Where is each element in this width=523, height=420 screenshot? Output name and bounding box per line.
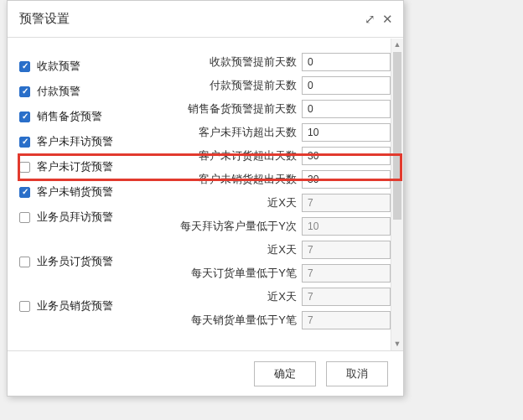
receipt-days-input[interactable] (302, 53, 391, 71)
chk-row-stock[interactable]: 销售备货预警 (19, 104, 158, 129)
chk-label: 客户未拜访预警 (37, 134, 113, 149)
cancel-button[interactable]: 取消 (326, 361, 388, 386)
field-label: 每天拜访客户量低于Y次 (158, 219, 302, 234)
chk-label: 销售备货预警 (37, 109, 102, 124)
chk-label: 业务员拜访预警 (37, 210, 113, 225)
checkbox-icon[interactable] (19, 187, 30, 198)
chk-label: 客户未销货预警 (37, 184, 113, 200)
checkbox-icon[interactable] (19, 257, 30, 267)
field-row: 每天订货单量低于Y笔 (158, 262, 391, 284)
chk-label: 付款预警 (37, 84, 80, 99)
checkbox-icon[interactable] (19, 162, 30, 173)
dialog-header: 预警设置 ⤢ ✕ (8, 1, 403, 38)
ok-button[interactable]: 确定 (254, 361, 316, 386)
checkbox-icon[interactable] (19, 212, 30, 223)
scrollbar[interactable]: ▲ ▼ (391, 39, 403, 350)
novisit-days-input[interactable] (302, 123, 391, 142)
field-label: 客户未订货超出天数 (158, 148, 302, 163)
dialog-footer: 确定 取消 (8, 350, 403, 396)
field-row: 近X天 (158, 191, 391, 214)
nosale-days-input[interactable] (302, 170, 391, 189)
chk-row-novisit[interactable]: 客户未拜访预警 (19, 129, 158, 154)
chk-row-receipt[interactable]: 收款预警 (19, 54, 158, 79)
checkbox-icon[interactable] (19, 137, 30, 148)
field-row: 客户未销货超出天数 (158, 168, 391, 190)
scrollbar-thumb[interactable] (393, 52, 401, 220)
content: 收款预警 付款预警 销售备货预警 客户未拜访预警 客户未订货预警 客户未销货预警… (19, 50, 391, 332)
checkbox-icon[interactable] (19, 61, 30, 72)
checkbox-icon[interactable] (19, 86, 30, 97)
field-label: 客户未拜访超出天数 (158, 125, 302, 140)
field-row: 每天销货单量低于Y笔 (158, 309, 391, 331)
field-row: 销售备货预警提前天数 (158, 97, 391, 120)
field-label: 近X天 (158, 195, 302, 210)
alert-settings-dialog: 预警设置 ⤢ ✕ 收款预警 付款预警 销售备货预警 客户未拜访预警 客户未订货预… (7, 0, 404, 397)
noorder-days-input[interactable] (302, 147, 391, 165)
field-row: 每天拜访客户量低于Y次 (158, 215, 391, 237)
field-label: 销售备货预警提前天数 (158, 101, 302, 117)
field-row: 客户未订货超出天数 (158, 144, 391, 167)
staffvisit-x-input[interactable] (302, 194, 391, 212)
chk-row-staffvisit[interactable]: 业务员拜访预警 (19, 205, 158, 230)
staffsale-y-input[interactable] (302, 311, 391, 329)
field-row: 收款预警提前天数 (158, 50, 391, 73)
field-row: 客户未拜访超出天数 (158, 121, 391, 143)
chk-row-staffsale[interactable]: 业务员销货预警 (19, 293, 158, 319)
staffvisit-y-input[interactable] (302, 217, 391, 236)
field-label: 每天订货单量低于Y笔 (158, 266, 302, 281)
close-icon[interactable]: ✕ (382, 12, 393, 27)
chk-row-noorder[interactable]: 客户未订货预警 (19, 154, 158, 179)
chk-label: 业务员销货预警 (37, 298, 113, 314)
field-label: 付款预警提前天数 (158, 78, 302, 93)
stafforder-y-input[interactable] (302, 264, 391, 283)
stock-days-input[interactable] (302, 100, 391, 118)
staffsale-x-input[interactable] (302, 288, 391, 306)
field-label: 收款预警提前天数 (158, 54, 302, 70)
field-label: 近X天 (158, 289, 302, 304)
right-column: 收款预警提前天数 付款预警提前天数 销售备货预警提前天数 客户未拜访超出天数 客… (158, 50, 391, 332)
left-column: 收款预警 付款预警 销售备货预警 客户未拜访预警 客户未订货预警 客户未销货预警… (19, 50, 158, 332)
field-row: 近X天 (158, 238, 391, 261)
chk-label: 客户未订货预警 (37, 159, 113, 174)
dialog-title: 预警设置 (19, 11, 70, 27)
field-row: 近X天 (158, 285, 391, 308)
field-label: 客户未销货超出天数 (158, 172, 302, 187)
scrollbar-down-icon[interactable]: ▼ (391, 338, 403, 350)
chk-label: 收款预警 (37, 59, 80, 74)
payment-days-input[interactable] (302, 76, 391, 95)
chk-row-stafforder[interactable]: 业务员订货预警 (19, 249, 158, 274)
scrollbar-up-icon[interactable]: ▲ (391, 39, 403, 51)
chk-label: 业务员订货预警 (37, 254, 113, 269)
chk-row-payment[interactable]: 付款预警 (19, 79, 158, 104)
checkbox-icon[interactable] (19, 111, 30, 122)
field-label: 每天销货单量低于Y笔 (158, 313, 302, 328)
header-icons: ⤢ ✕ (365, 12, 393, 27)
field-label: 近X天 (158, 242, 302, 257)
field-row: 付款预警提前天数 (158, 74, 391, 96)
checkbox-icon[interactable] (19, 301, 30, 312)
stafforder-x-input[interactable] (302, 241, 391, 259)
dialog-body: 收款预警 付款预警 销售备货预警 客户未拜访预警 客户未订货预警 客户未销货预警… (8, 39, 401, 350)
chk-row-nosale[interactable]: 客户未销货预警 (19, 179, 158, 205)
expand-icon[interactable]: ⤢ (365, 12, 375, 27)
